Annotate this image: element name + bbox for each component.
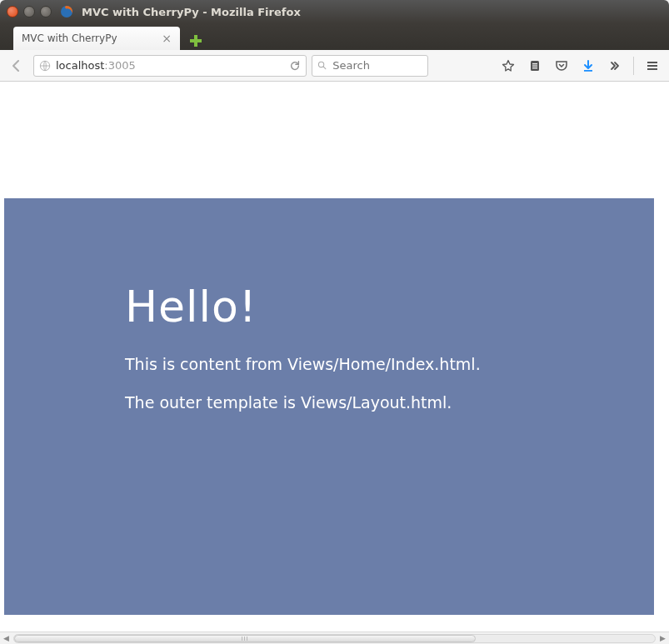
firefox-window: MVC with CherryPy - Mozilla Firefox MVC … (0, 0, 669, 644)
page-heading: Hello! (125, 282, 654, 332)
scrollbar-track[interactable] (13, 634, 656, 643)
page-paragraph-1: This is content from Views/Home/Index.ht… (125, 355, 654, 373)
horizontal-scrollbar[interactable]: ◀ ▶ (0, 632, 669, 644)
pocket-button[interactable] (550, 54, 573, 77)
titlebar: MVC with CherryPy - Mozilla Firefox (0, 0, 669, 23)
page-paragraph-2: The outer template is Views/Layout.html. (125, 393, 654, 412)
scrollbar-thumb[interactable] (14, 635, 476, 642)
hamburger-icon (646, 59, 659, 72)
star-icon (502, 59, 515, 72)
svg-rect-5 (532, 63, 537, 64)
toolbar-right-group (497, 54, 664, 77)
globe-icon (39, 60, 51, 72)
window-maximize-button[interactable] (40, 6, 52, 17)
svg-rect-6 (532, 65, 537, 66)
hero-banner: Hello! This is content from Views/Home/I… (4, 198, 654, 615)
browser-tab[interactable]: MVC with CherryPy × (13, 27, 180, 50)
downloads-button[interactable] (577, 54, 600, 77)
address-bar[interactable]: localhost:3005 (33, 55, 307, 77)
scroll-left-arrow-icon[interactable]: ◀ (0, 632, 12, 645)
back-arrow-icon (10, 59, 23, 72)
svg-rect-9 (647, 62, 657, 63)
menu-button[interactable] (641, 54, 664, 77)
scrollbar-grip-icon (242, 637, 247, 641)
svg-rect-11 (647, 68, 657, 70)
overflow-button[interactable] (603, 54, 627, 77)
pocket-icon (555, 59, 568, 72)
new-tab-button[interactable] (185, 32, 207, 50)
clipboard-icon (528, 59, 542, 72)
search-input[interactable] (331, 58, 422, 72)
search-bar[interactable] (312, 55, 428, 77)
bookmark-star-button[interactable] (497, 54, 520, 77)
back-button[interactable] (5, 54, 28, 77)
svg-rect-10 (647, 65, 657, 67)
tab-label: MVC with CherryPy (22, 32, 117, 44)
tab-close-icon[interactable]: × (162, 32, 172, 44)
svg-rect-7 (532, 67, 537, 68)
window-minimize-button[interactable] (23, 6, 35, 17)
scroll-right-arrow-icon[interactable]: ▶ (657, 632, 669, 645)
page-content[interactable]: Hello! This is content from Views/Home/I… (0, 82, 669, 632)
download-arrow-icon (582, 59, 595, 72)
reload-icon[interactable] (289, 60, 301, 72)
plus-icon (190, 35, 202, 47)
window-title: MVC with CherryPy - Mozilla Firefox (82, 6, 301, 18)
firefox-icon (60, 5, 73, 18)
svg-line-3 (323, 67, 326, 69)
page-viewport: Hello! This is content from Views/Home/I… (0, 82, 669, 632)
bookmarks-list-button[interactable] (523, 54, 547, 77)
window-close-button[interactable] (7, 6, 18, 17)
search-icon (317, 60, 327, 71)
tabstrip: MVC with CherryPy × (0, 23, 669, 50)
toolbar-separator (633, 57, 634, 75)
chevrons-right-icon (608, 59, 622, 72)
svg-rect-8 (584, 70, 592, 72)
navigation-toolbar: localhost:3005 (0, 50, 669, 82)
url-port: :3005 (104, 59, 135, 72)
url-host: localhost (56, 59, 104, 72)
